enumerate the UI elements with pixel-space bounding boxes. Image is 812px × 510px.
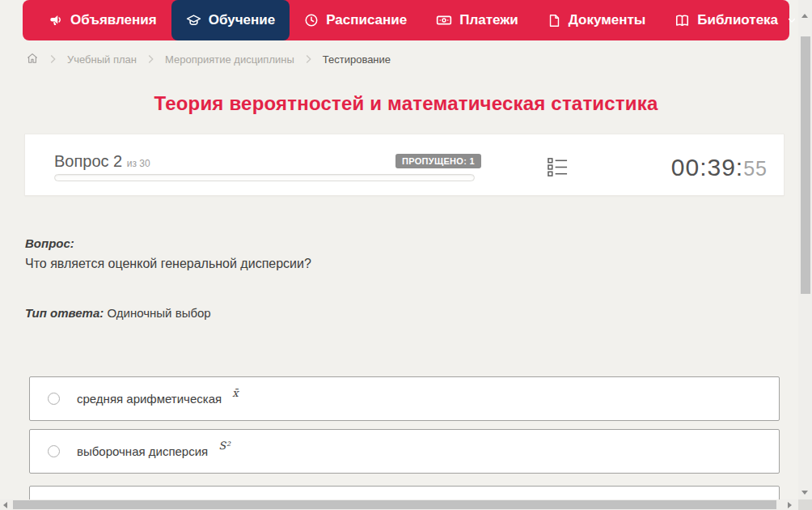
scrollbar-corner xyxy=(798,499,812,510)
breadcrumb-item-study-plan[interactable]: Учебный план xyxy=(67,53,137,66)
chevron-right-icon xyxy=(49,54,57,64)
page-title: Теория вероятностей и математическая ста… xyxy=(0,92,812,115)
chevron-down-icon xyxy=(787,15,797,25)
horizontal-scrollbar[interactable] xyxy=(0,499,798,510)
breadcrumb: Учебный план Мероприятие дисциплины Тест… xyxy=(26,51,391,67)
nav-item-label: Документы xyxy=(569,12,646,28)
answer-type-row: Тип ответа: Одиночный выбор xyxy=(25,306,211,320)
horizontal-scrollbar-thumb[interactable] xyxy=(13,500,776,509)
formula-s-squared: S² xyxy=(218,440,230,452)
home-icon[interactable] xyxy=(26,52,39,67)
chevron-right-icon xyxy=(147,54,154,64)
nav-item-label: Объявления xyxy=(70,12,157,28)
nav-item-documents[interactable]: Документы xyxy=(533,0,661,40)
question-list-icon[interactable] xyxy=(547,156,569,181)
question-progress-bar xyxy=(54,174,475,181)
clock-icon xyxy=(304,13,319,28)
nav-item-label: Обучение xyxy=(209,12,275,28)
nav-item-learning[interactable]: Обучение xyxy=(171,0,290,40)
answer-text: средняя арифметическая xyxy=(77,392,222,406)
vertical-scrollbar[interactable] xyxy=(798,0,812,510)
timer-main: 00:39: xyxy=(671,154,743,181)
scroll-right-arrow[interactable] xyxy=(788,502,792,508)
question-number: Вопрос 2 из 30 xyxy=(54,152,150,171)
skipped-badge: ПРОПУЩЕНО: 1 xyxy=(395,154,481,168)
banknote-icon xyxy=(436,12,452,28)
formula-x-bar: x̄ xyxy=(232,387,238,399)
document-icon xyxy=(548,14,561,28)
radio-button[interactable] xyxy=(48,445,60,457)
breadcrumb-item-testing: Тестирование xyxy=(323,53,391,66)
scroll-left-arrow[interactable] xyxy=(3,502,7,508)
graduation-cap-icon xyxy=(186,13,201,28)
question-count-label: из 30 xyxy=(127,158,150,169)
answer-type-label: Тип ответа: xyxy=(25,306,104,320)
nav-item-payments[interactable]: Платежи xyxy=(421,0,533,40)
scroll-up-arrow[interactable] xyxy=(801,14,808,18)
top-navbar: Объявления Обучение Расписание xyxy=(23,0,789,40)
chevron-right-icon xyxy=(305,54,312,64)
nav-item-label: Библиотека xyxy=(697,12,778,28)
nav-item-announcements[interactable]: Объявления xyxy=(34,0,171,40)
breadcrumb-item-discipline-event[interactable]: Мероприятие дисциплины xyxy=(165,53,294,66)
timer-seconds: 55 xyxy=(743,157,768,180)
question-card: Вопрос 2 из 30 ПРОПУЩЕНО: 1 00:39:55 xyxy=(24,134,785,196)
nav-item-label: Расписание xyxy=(326,12,407,28)
answer-option-1[interactable]: средняя арифметическая x̄ xyxy=(29,376,780,421)
question-label: Вопрос: xyxy=(25,236,74,250)
radio-button[interactable] xyxy=(48,393,60,405)
nav-item-schedule[interactable]: Расписание xyxy=(290,0,421,40)
timer: 00:39:55 xyxy=(671,154,768,181)
answer-option-2[interactable]: выборочная дисперсия S² xyxy=(29,429,780,474)
question-text: Что является оценкой генеральной дисперс… xyxy=(25,257,311,271)
nav-item-library[interactable]: Библиотека xyxy=(660,0,811,40)
answer-text: выборочная дисперсия xyxy=(77,444,208,458)
book-icon xyxy=(675,13,690,28)
scroll-down-arrow[interactable] xyxy=(801,491,808,495)
question-number-label: Вопрос 2 xyxy=(54,152,122,170)
answer-type-value: Одиночный выбор xyxy=(107,306,210,320)
vertical-scrollbar-thumb[interactable] xyxy=(801,36,810,294)
nav-item-label: Платежи xyxy=(459,12,518,28)
megaphone-icon xyxy=(49,13,63,28)
